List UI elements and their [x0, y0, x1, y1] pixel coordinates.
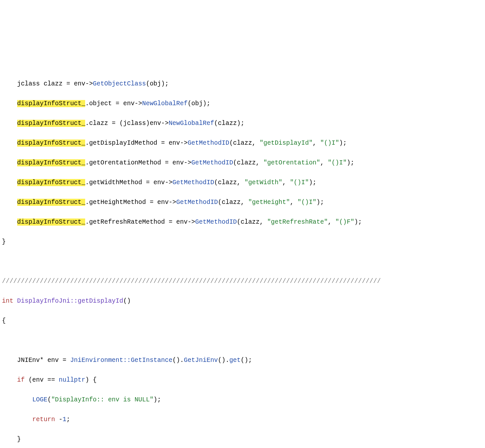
code-line	[2, 59, 483, 69]
code-line: ////////////////////////////////////////…	[2, 276, 483, 286]
highlight: displayInfoStruct_	[17, 120, 85, 127]
code-line: jclass clazz = env->GetObjectClass(obj);	[2, 79, 483, 89]
code-line	[2, 336, 483, 346]
highlight: displayInfoStruct_	[17, 100, 85, 107]
highlight: displayInfoStruct_	[17, 140, 85, 147]
code-line: int DisplayInfoJni::getDisplayId()	[2, 296, 483, 306]
code-line: displayInfoStruct_.object = env->NewGlob…	[2, 99, 483, 109]
code-line	[2, 257, 483, 267]
code-line: return -1;	[2, 415, 483, 425]
code-line: LOGE("DisplayInfo:: env is NULL");	[2, 395, 483, 405]
code-line: JNIEnv* env = JniEnvironment::GetInstanc…	[2, 355, 483, 365]
code-line: displayInfoStruct_.getHeightMethod = env…	[2, 197, 483, 207]
code-line: }	[2, 434, 483, 444]
code-line: {	[2, 316, 483, 326]
code-line: }	[2, 237, 483, 247]
highlight: displayInfoStruct_	[17, 179, 85, 186]
code-line: displayInfoStruct_.clazz = (jclass)env->…	[2, 118, 483, 129]
code-line: displayInfoStruct_.getOrentationMethod =…	[2, 158, 483, 168]
highlight: displayInfoStruct_	[17, 159, 85, 166]
highlight: displayInfoStruct_	[17, 199, 85, 206]
code-line: displayInfoStruct_.getRefreshRateMethod …	[2, 217, 483, 227]
code-line: if (env == nullptr) {	[2, 375, 483, 385]
code-viewer[interactable]: jclass clazz = env->GetObjectClass(obj);…	[0, 50, 485, 448]
code-line: displayInfoStruct_.getWidthMethod = env-…	[2, 178, 483, 188]
highlight: displayInfoStruct_	[17, 218, 85, 226]
code-line: displayInfoStruct_.getDisplayIdMethod = …	[2, 138, 483, 148]
